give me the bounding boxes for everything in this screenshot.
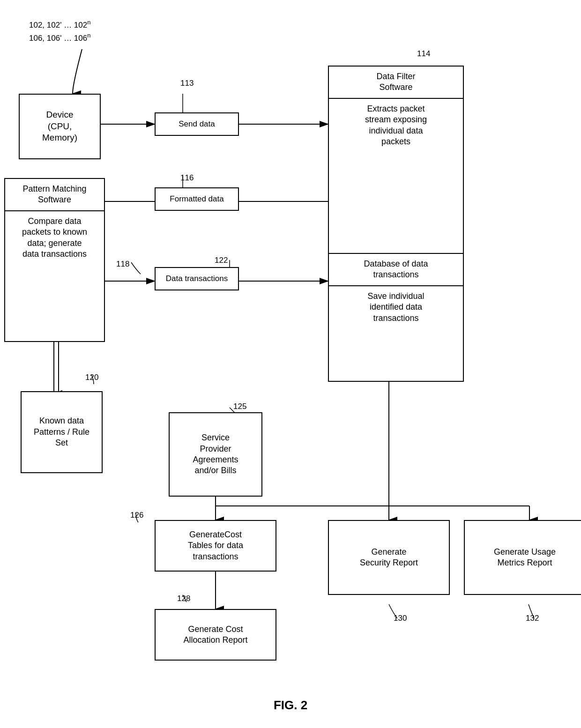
ref-113: 113 [180,79,194,88]
database-box: Database of datatransactions Save indivi… [328,253,464,382]
pattern-matching-box: Pattern MatchingSoftware Compare datapac… [4,178,105,342]
generate-usage-box: Generate UsageMetrics Report [464,520,581,595]
data-filter-box: Data FilterSoftware Extracts packetstrea… [328,66,464,281]
pattern-matching-title: Pattern MatchingSoftware [5,179,104,211]
device-box: Device(CPU,Memory) [19,94,101,159]
send-data-box: Send data [155,112,239,136]
ref-126: 126 [130,511,143,520]
ref-116: 116 [180,173,194,183]
diagram: 102, 102' … 102n 106, 106' … 106n [0,0,581,728]
ref-122: 122 [215,256,228,265]
data-filter-title: Data FilterSoftware [329,67,463,99]
ref-132: 132 [526,614,539,623]
database-body: Save individualidentified datatransactio… [329,286,463,328]
ref-118: 118 [116,260,129,269]
generate-security-box: GenerateSecurity Report [328,520,450,595]
data-filter-body: Extracts packetstream exposingindividual… [329,99,463,152]
ref-114: 114 [417,49,430,59]
formatted-data-box: Formatted data [155,187,239,211]
fig-label: FIG. 2 [244,698,337,713]
ref-125: 125 [233,402,246,411]
ref-top-label: 102, 102' … 102n [29,19,90,30]
pattern-matching-body: Compare datapackets to knowndata; genera… [5,211,104,265]
ref-top2-label: 106, 106' … 106n [29,32,90,43]
ref-128: 128 [177,594,190,603]
known-patterns-box: Known dataPatterns / RuleSet [21,391,103,473]
generate-cost-tables-box: GenerateCostTables for datatransactions [155,520,276,572]
ref-120: 120 [85,373,98,382]
ref-130: 130 [394,614,407,623]
generate-cost-allocation-box: Generate CostAllocation Report [155,609,276,661]
service-provider-box: ServiceProviderAgreementsand/or Bills [169,412,262,497]
data-transactions-box: Data transactions [155,267,239,290]
database-title: Database of datatransactions [329,254,463,286]
